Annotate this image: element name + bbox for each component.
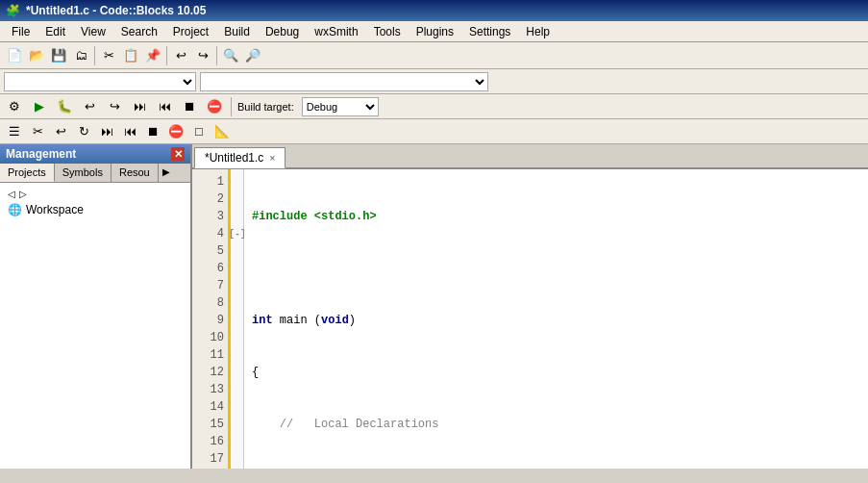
fold-17 — [231, 450, 244, 468]
fold-11 — [231, 346, 244, 364]
menu-tools[interactable]: Tools — [366, 23, 409, 40]
save-btn[interactable]: 💾 — [48, 45, 69, 66]
menu-bar: File Edit View Search Project Build Debu… — [0, 21, 868, 42]
tree-forward-icon: ▷ — [19, 189, 27, 199]
workspace-icon: 🌐 — [8, 203, 22, 216]
tab-resou[interactable]: Resou — [112, 164, 159, 182]
app-icon: 🧩 — [6, 4, 20, 17]
tab-projects-label: Projects — [8, 166, 46, 178]
fold-3 — [231, 208, 244, 225]
t3-btn1[interactable]: ☰ — [4, 121, 25, 142]
left-dropdown[interactable] — [4, 72, 196, 91]
menu-settings[interactable]: Settings — [461, 23, 518, 40]
next-btn[interactable]: ↪ — [104, 96, 125, 117]
abort-btn[interactable]: ⛔ — [204, 96, 225, 117]
menu-project[interactable]: Project — [165, 23, 216, 40]
fold-16 — [231, 433, 244, 450]
menu-help[interactable]: Help — [518, 23, 558, 40]
tab-projects[interactable]: Projects — [0, 164, 55, 182]
menu-plugins[interactable]: Plugins — [409, 23, 461, 40]
fold-9 — [231, 312, 244, 329]
code-line-5: // Local Declarations — [252, 416, 860, 433]
tree-area: ◁ ▷ 🌐 Workspace — [0, 183, 190, 469]
saveall-btn[interactable]: 🗂 — [70, 45, 91, 66]
editor-tab-label: *Untitled1.c — [205, 151, 263, 165]
build-toolbar: ⚙ ▶ 🐛 ↩ ↪ ⏭ ⏮ ⏹ ⛔ Build target: Debug — [0, 94, 868, 119]
fold-6 — [231, 260, 244, 277]
step-over-btn[interactable]: ⏭ — [129, 96, 150, 117]
sep-2 — [166, 46, 167, 65]
management-tabs: Projects Symbols Resou ▶ — [0, 164, 190, 183]
title-bar: 🧩 *Untitled1.c - Code::Blocks 10.05 — [0, 0, 868, 21]
code-wrapper: 1 2 3 4 5 6 7 8 9 10 11 12 13 14 15 16 1… — [192, 169, 868, 469]
t3-btn5[interactable]: ⏭ — [96, 121, 117, 142]
management-title: Management — [6, 147, 76, 161]
step-in-btn[interactable]: ⏮ — [154, 96, 175, 117]
copy-btn[interactable]: 📋 — [120, 45, 141, 66]
editor-area: *Untitled1.c × 1 2 3 4 5 6 7 8 9 10 11 1… — [192, 144, 868, 469]
prev-btn[interactable]: ↩ — [79, 96, 100, 117]
tree-nav-back[interactable]: ◁ ▷ — [4, 187, 186, 201]
menu-view[interactable]: View — [73, 23, 113, 40]
fold-12 — [231, 364, 244, 381]
management-close-btn[interactable]: ✕ — [171, 147, 185, 161]
menu-build[interactable]: Build — [216, 23, 258, 40]
undo-btn[interactable]: ↩ — [170, 45, 191, 66]
paste-btn[interactable]: 📌 — [142, 45, 163, 66]
fold-5 — [231, 242, 244, 260]
sep-1 — [94, 46, 95, 65]
build-target-label: Build target: — [237, 101, 294, 113]
fold-4[interactable]: [-] — [231, 225, 244, 242]
tree-back-icon: ◁ — [8, 189, 15, 199]
stop-btn[interactable]: ⏹ — [179, 96, 200, 117]
redo-btn[interactable]: ↪ — [192, 45, 213, 66]
main-area: Management ✕ Projects Symbols Resou ▶ ◁ … — [0, 144, 868, 469]
fold-column: [-] — [231, 169, 244, 469]
t3-btn4[interactable]: ↻ — [73, 121, 94, 142]
fold-2 — [231, 191, 244, 208]
t3-btn7[interactable]: ⏹ — [142, 121, 163, 142]
code-line-4: { — [252, 364, 860, 381]
editor-tab-untitled1[interactable]: *Untitled1.c × — [194, 147, 285, 168]
management-header: Management ✕ — [0, 144, 190, 164]
debug-run-btn[interactable]: 🐛 — [54, 96, 75, 117]
tabs-more-btn[interactable]: ▶ — [159, 164, 174, 182]
fold-1 — [231, 173, 244, 191]
title-text: *Untitled1.c - Code::Blocks 10.05 — [26, 4, 206, 17]
menu-search[interactable]: Search — [113, 23, 165, 40]
fold-13 — [231, 381, 244, 398]
editor-tab-close[interactable]: × — [269, 153, 275, 164]
code-content[interactable]: #include <stdio.h> int main (void) { // … — [244, 169, 868, 469]
build-settings-btn[interactable]: ⚙ — [4, 96, 25, 117]
code-line-3: int main (void) — [252, 312, 860, 329]
t3-btn3[interactable]: ↩ — [50, 121, 71, 142]
fold-7 — [231, 277, 244, 294]
menu-edit[interactable]: Edit — [37, 23, 73, 40]
t3-btn9[interactable]: □ — [188, 121, 210, 142]
tab-symbols[interactable]: Symbols — [55, 164, 112, 182]
t3-btn6[interactable]: ⏮ — [119, 121, 140, 142]
t3-btn2[interactable]: ✂ — [27, 121, 48, 142]
sep-3 — [216, 46, 217, 65]
new-btn[interactable]: 📄 — [4, 45, 25, 66]
right-dropdown[interactable] — [200, 72, 488, 91]
menu-debug[interactable]: Debug — [258, 23, 307, 40]
run-btn[interactable]: ▶ — [29, 96, 50, 117]
replace-btn[interactable]: 🔎 — [242, 45, 263, 66]
code-line-6 — [252, 468, 860, 469]
line-numbers: 1 2 3 4 5 6 7 8 9 10 11 12 13 14 15 16 1… — [192, 169, 231, 469]
open-btn[interactable]: 📂 — [26, 45, 47, 66]
cut-btn[interactable]: ✂ — [98, 45, 119, 66]
left-panel: Management ✕ Projects Symbols Resou ▶ ◁ … — [0, 144, 192, 469]
workspace-tree-item[interactable]: 🌐 Workspace — [4, 201, 186, 218]
editor-tabs: *Untitled1.c × — [192, 144, 868, 169]
code-line-2 — [252, 260, 860, 277]
build-target-select[interactable]: Debug — [302, 97, 379, 116]
tab-symbols-label: Symbols — [62, 166, 103, 178]
t3-btn8[interactable]: ⛔ — [165, 121, 186, 142]
menu-wxsmith[interactable]: wxSmith — [307, 23, 365, 40]
t3-btn10[interactable]: 📐 — [211, 121, 233, 142]
menu-file[interactable]: File — [4, 23, 37, 40]
find-btn[interactable]: 🔍 — [220, 45, 241, 66]
sep-build — [231, 97, 232, 116]
